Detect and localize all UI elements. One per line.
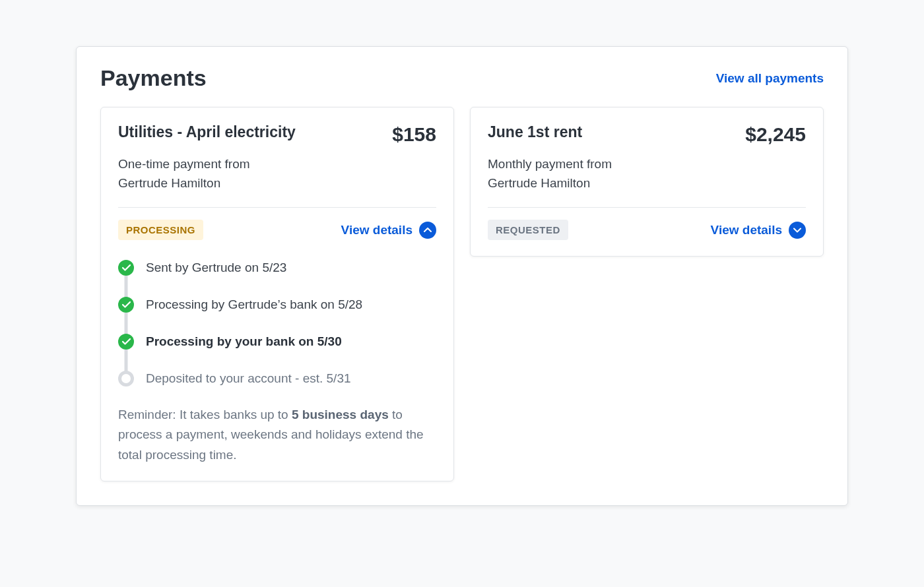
- timeline-text: Deposited to your account - est. 5/31: [146, 371, 351, 386]
- payment-timeline: Sent by Gertrude on 5/23 Processing by G…: [118, 260, 436, 386]
- view-details-label: View details: [341, 223, 412, 237]
- payment-subtitle-line: Gertrude Hamilton: [488, 176, 590, 190]
- payments-panel: Payments View all payments Utilities - A…: [76, 46, 848, 506]
- view-all-payments-link[interactable]: View all payments: [716, 71, 824, 86]
- status-badge: PROCESSING: [118, 220, 203, 240]
- pending-dot-icon: [118, 371, 134, 386]
- chevron-down-icon: [789, 222, 806, 239]
- reminder-bold: 5 business days: [292, 408, 389, 421]
- view-details-toggle[interactable]: View details: [711, 222, 806, 239]
- divider: [488, 207, 806, 208]
- payment-amount: $2,245: [745, 123, 806, 146]
- check-icon: [118, 260, 134, 276]
- check-icon: [118, 334, 134, 350]
- payment-title: June 1st rent: [488, 123, 582, 141]
- view-details-toggle[interactable]: View details: [341, 222, 436, 239]
- payment-subtitle-line: Monthly payment from: [488, 157, 612, 171]
- timeline-text: Processing by Gertrude’s bank on 5/28: [146, 297, 362, 312]
- card-header: June 1st rent $2,245: [488, 123, 806, 146]
- payment-title: Utilities - April electricity: [118, 123, 296, 141]
- status-row: PROCESSING View details: [118, 220, 436, 240]
- view-details-label: View details: [711, 223, 782, 237]
- check-icon: [118, 297, 134, 313]
- timeline-step: Deposited to your account - est. 5/31: [118, 371, 436, 386]
- page-title: Payments: [100, 65, 207, 91]
- payment-cards: Utilities - April electricity $158 One-t…: [100, 107, 824, 481]
- timeline-step: Processing by your bank on 5/30: [118, 334, 436, 371]
- status-badge: REQUESTED: [488, 220, 568, 240]
- timeline-step: Processing by Gertrude’s bank on 5/28: [118, 297, 436, 334]
- payment-subtitle: Monthly payment from Gertrude Hamilton: [488, 155, 806, 193]
- payment-subtitle: One-time payment from Gertrude Hamilton: [118, 155, 436, 193]
- payment-card: Utilities - April electricity $158 One-t…: [100, 107, 454, 481]
- payment-subtitle-line: One-time payment from: [118, 157, 250, 171]
- chevron-up-icon: [419, 222, 436, 239]
- payment-subtitle-line: Gertrude Hamilton: [118, 176, 220, 190]
- timeline-text: Sent by Gertrude on 5/23: [146, 261, 286, 275]
- status-row: REQUESTED View details: [488, 220, 806, 240]
- panel-header: Payments View all payments: [100, 65, 824, 91]
- payment-amount: $158: [392, 123, 436, 146]
- timeline-text: Processing by your bank on 5/30: [146, 334, 342, 349]
- reminder-prefix: Reminder: It takes banks up to: [118, 408, 292, 421]
- timeline-step: Sent by Gertrude on 5/23: [118, 260, 436, 297]
- card-header: Utilities - April electricity $158: [118, 123, 436, 146]
- payment-card: June 1st rent $2,245 Monthly payment fro…: [470, 107, 824, 257]
- divider: [118, 207, 436, 208]
- reminder-text: Reminder: It takes banks up to 5 busines…: [118, 405, 436, 465]
